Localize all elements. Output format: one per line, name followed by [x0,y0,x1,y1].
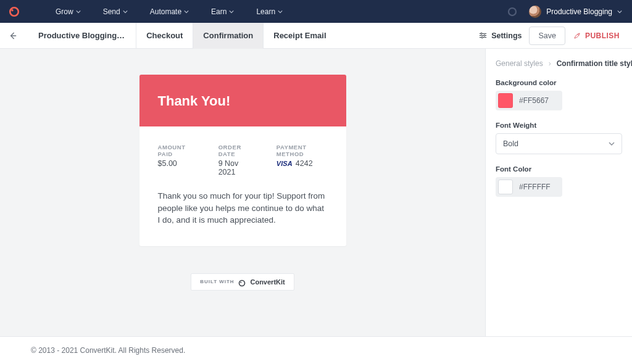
payment-method-value: VISA 4242 [276,159,328,168]
background-color-input[interactable]: #FF5667 [496,91,562,110]
visa-icon: VISA [276,160,293,167]
confirmation-title: Thank You! [158,93,328,109]
nav-links: Grow Send Automate Earn Learn [56,7,283,16]
font-weight-value: Bold [503,139,518,148]
save-button[interactable]: Save [529,27,565,45]
sub-bar-left: Productive Blogging… Checkout Confirmati… [5,23,336,49]
preview-canvas: Thank You! AMOUNT PAID $5.00 ORDER DATE … [0,49,485,336]
order-meta-row: AMOUNT PAID $5.00 ORDER DATE 9 Nov 2021 … [158,144,328,176]
confirmation-title-region[interactable]: Thank You! [139,75,346,126]
built-with-label: BUILT WITH [200,279,234,284]
sub-bar-right: Settings Save PUBLISH [478,27,620,45]
font-weight-label: Font Weight [496,122,622,129]
confirmation-body: AMOUNT PAID $5.00 ORDER DATE 9 Nov 2021 … [139,126,346,246]
nav-link-label: Earn [211,7,227,16]
editor-main: Thank You! AMOUNT PAID $5.00 ORDER DATE … [0,49,632,336]
svg-point-4 [484,35,486,36]
product-name[interactable]: Productive Blogging… [27,23,136,49]
font-color-input[interactable]: #FFFFFF [496,177,562,197]
order-date-label: ORDER DATE [218,144,254,157]
amount-paid: AMOUNT PAID $5.00 [158,144,196,176]
chevron-down-icon [76,9,81,14]
background-color-group: Background color #FF5667 [496,79,622,110]
nav-right: Productive Blogging [507,6,622,18]
tab-confirmation[interactable]: Confirmation [193,23,264,49]
font-color-label: Font Color [496,165,622,173]
tab-receipt-email[interactable]: Receipt Email [264,23,336,49]
order-date-value: 9 Nov 2021 [218,159,254,176]
account-name: Productive Blogging [546,7,612,16]
back-button[interactable] [5,23,21,49]
sliders-icon [478,31,488,40]
amount-paid-value: $5.00 [158,159,196,168]
nav-link-label: Learn [256,7,275,16]
order-date: ORDER DATE 9 Nov 2021 [218,144,254,176]
publish-label: PUBLISH [585,31,620,40]
svg-point-7 [239,280,245,286]
convertkit-logo-icon[interactable] [9,6,20,17]
nav-link-grow[interactable]: Grow [56,7,81,16]
font-weight-group: Font Weight Bold [496,122,622,154]
styles-breadcrumb: General styles › Confirmation title styl… [496,59,622,68]
chevron-down-icon [278,9,283,14]
nav-link-label: Grow [56,7,73,16]
chevron-down-icon [229,9,234,14]
color-swatch[interactable] [498,180,513,194]
nav-link-label: Automate [150,7,181,16]
confirmation-card[interactable]: Thank You! AMOUNT PAID $5.00 ORDER DATE … [139,75,346,246]
footer: © 2013 - 2021 ConvertKit. All Rights Res… [0,336,632,364]
breadcrumb-general-styles[interactable]: General styles [496,59,543,68]
built-with-brand: ConvertKit [250,278,285,286]
svg-point-2 [509,8,516,15]
nav-link-earn[interactable]: Earn [211,7,234,16]
nav-link-send[interactable]: Send [103,7,128,16]
chevron-down-icon [184,9,189,14]
avatar [529,6,541,18]
svg-point-6 [578,34,579,35]
nav-left: Grow Send Automate Earn Learn [9,6,283,17]
settings-label: Settings [491,31,522,40]
font-color-group: Font Color #FFFFFF [496,165,622,197]
publish-button[interactable]: PUBLISH [573,31,620,40]
chevron-down-icon [609,141,615,147]
chevron-right-icon: › [549,59,551,68]
confirmation-message[interactable]: Thank you so much for your tip! Support … [158,190,328,226]
nav-link-learn[interactable]: Learn [256,7,283,16]
account-menu[interactable]: Productive Blogging [529,6,622,18]
nav-link-automate[interactable]: Automate [150,7,189,16]
tab-checkout[interactable]: Checkout [136,23,193,49]
svg-point-0 [10,7,19,16]
payment-method: PAYMENT METHOD VISA 4242 [276,144,328,176]
color-value: #FFFFFF [519,183,551,191]
settings-button[interactable]: Settings [478,31,522,40]
svg-point-5 [481,36,483,38]
rocket-icon [573,31,581,40]
breadcrumb-current: Confirmation title styles [557,59,632,68]
svg-point-3 [481,33,483,35]
color-swatch[interactable] [498,93,513,108]
amount-paid-label: AMOUNT PAID [158,144,196,157]
font-weight-select[interactable]: Bold [496,133,622,154]
nav-link-label: Send [103,7,120,16]
styles-panel: General styles › Confirmation title styl… [485,49,632,336]
svg-point-1 [11,9,13,11]
payment-method-label: PAYMENT METHOD [276,144,328,157]
top-nav: Grow Send Automate Earn Learn [0,0,632,23]
loading-ring-icon [507,6,518,17]
chevron-down-icon [617,9,622,14]
sub-bar: Productive Blogging… Checkout Confirmati… [0,23,632,49]
svg-point-8 [241,281,242,283]
copyright: © 2013 - 2021 ConvertKit. All Rights Res… [31,346,185,355]
built-with-badge[interactable]: BUILT WITH ConvertKit [191,273,294,291]
chevron-down-icon [123,9,128,14]
convertkit-mark-icon [238,278,246,286]
background-color-label: Background color [496,79,622,86]
color-value: #FF5667 [519,96,549,105]
card-last4: 4242 [296,159,313,168]
